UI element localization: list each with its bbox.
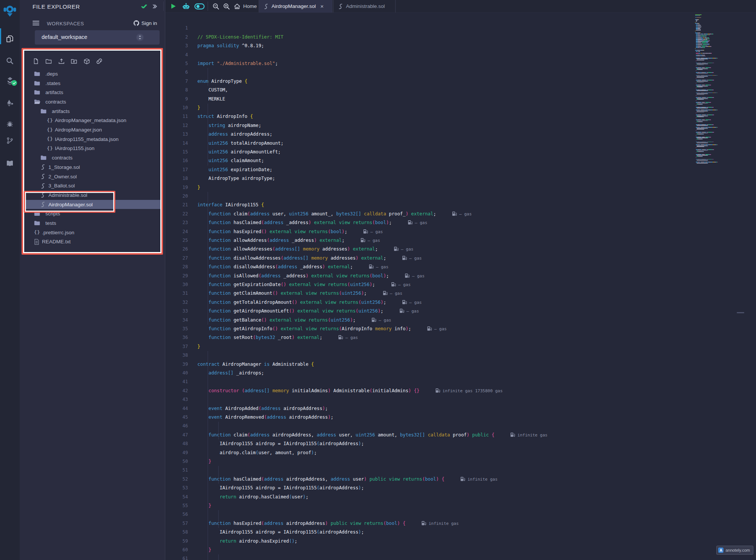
code-line-8: 8 MERKLE	[165, 77, 756, 86]
new-folder-icon[interactable]	[44, 56, 54, 66]
file-item-1_Storage.sol[interactable]: 1_Storage.sol	[20, 162, 165, 172]
file-item-AirdropManager.sol[interactable]: AirdropManager.sol	[20, 200, 165, 209]
code-line-42: 42	[165, 377, 756, 386]
search-icon[interactable]	[0, 53, 20, 68]
code-line-19: 19	[165, 174, 756, 183]
file-item-contracts[interactable]: contracts	[20, 97, 165, 107]
folder-icon	[34, 211, 40, 216]
file-item-Administrable.sol[interactable]: Administrable.sol	[20, 190, 165, 200]
file-toolbar	[20, 56, 165, 66]
file-item-IAirdrop1155.json[interactable]: {} IAirdrop1155.json	[20, 144, 165, 153]
code-line-45: 45	[165, 404, 756, 413]
code-line-30: 30 function getClaimAmount() external vi…	[165, 272, 756, 280]
new-file-icon[interactable]	[31, 56, 41, 66]
zoom-in-icon[interactable]	[223, 0, 230, 12]
github-icon	[133, 20, 140, 28]
ai-assistant-icon[interactable]	[182, 0, 190, 12]
workspace-switch-icon[interactable]	[136, 33, 144, 42]
file-item-AirdropManager.json[interactable]: {} AirdropManager.json	[20, 125, 165, 135]
folder-icon	[34, 71, 40, 76]
code-line-59: 59 }	[165, 528, 756, 537]
deploy-run-icon[interactable]	[0, 96, 20, 111]
file-item-artifacts[interactable]: artifacts	[20, 88, 165, 97]
hamburger-menu-icon[interactable]	[33, 20, 39, 27]
file-explorer-icon[interactable]	[0, 31, 20, 46]
code-line-57: 57 IAirdrop1155 airdrop = IAirdrop1155(a…	[165, 510, 756, 519]
run-script-icon[interactable]	[170, 0, 177, 12]
sol-icon	[40, 201, 45, 207]
code-line-6: 6 enum AirdropType {	[165, 59, 756, 68]
import-link-icon[interactable]	[95, 56, 104, 66]
scrollbar-dash[interactable]	[737, 312, 744, 313]
debugger-icon[interactable]	[0, 116, 20, 131]
tab-Administrable.sol[interactable]: Administrable.sol	[333, 0, 396, 12]
upload-file-icon[interactable]	[56, 56, 66, 66]
file-item-.states[interactable]: .states	[20, 79, 165, 88]
editor-topbar: Home AirdropManager.sol × Administrable.…	[165, 0, 756, 13]
code-line-14: 14 uint256 airdropAmountLeft;	[165, 130, 756, 139]
code-line-10: 10 struct AirdropInfo {	[165, 95, 756, 104]
code-line-58: 58 return airdrop.hasExpired();	[165, 519, 756, 528]
file-item-3_Ballot.sol[interactable]: 3_Ballot.sol	[20, 181, 165, 190]
file-item-.deps[interactable]: .deps	[20, 69, 165, 79]
panel-title: FILE EXPLORER	[33, 3, 80, 10]
folder-icon	[34, 81, 40, 86]
folder-icon	[34, 90, 40, 95]
plugins-icon[interactable]	[0, 156, 20, 171]
close-icon[interactable]: ×	[320, 3, 324, 9]
code-line-31: 31 function getTotalAirdropAmount() exte…	[165, 280, 756, 289]
code-line-49: 49 }	[165, 439, 756, 448]
json-icon: {}	[34, 230, 40, 235]
code-editor[interactable]: 1 // SPDX-License-Identifier: MIT 2 prag…	[165, 12, 756, 560]
panel-collapse-icon[interactable]	[151, 0, 157, 12]
solidity-compiler-icon[interactable]	[0, 73, 20, 88]
sol-icon	[40, 173, 45, 179]
git-icon[interactable]	[0, 133, 20, 148]
sol-icon	[40, 192, 45, 198]
file-item-README.txt[interactable]: README.txt	[20, 237, 165, 247]
upload-folder-icon[interactable]	[69, 56, 79, 66]
code-line-28: 28 function isAllowed(address _address) …	[165, 254, 756, 263]
code-line-9: 9 }	[165, 86, 756, 94]
code-line-38: 38 contract AirdropManager is Administra…	[165, 342, 756, 351]
code-line-55: 55	[165, 493, 756, 501]
file-item-tests[interactable]: tests	[20, 218, 165, 228]
compile-success-badge	[11, 80, 17, 86]
code-line-56: 56 function hasExpired(address airdropAd…	[165, 501, 756, 510]
ai-toggle[interactable]	[194, 0, 205, 12]
code-line-36: 36 }	[165, 325, 756, 333]
code-line-27: 27 function disallowAddress(address _add…	[165, 245, 756, 254]
file-item-.prettierrc.json[interactable]: {} .prettierrc.json	[20, 228, 165, 237]
sign-in-button[interactable]: Sign in	[141, 20, 157, 26]
code-line-52: 52 IAirdrop1155 airdrop = IAirdrop1155(a…	[165, 466, 756, 475]
code-line-39: 39 address[] _airdrops;	[165, 351, 756, 360]
ipfs-cube-icon[interactable]	[82, 56, 92, 66]
folder-icon	[40, 109, 47, 114]
code-line-12: 12 address airdropAddress;	[165, 112, 756, 121]
code-line-15: 15 uint256 claimAmount;	[165, 139, 756, 148]
home-icon[interactable]: Home	[234, 0, 257, 12]
zoom-out-icon[interactable]	[213, 0, 219, 12]
sol-file-icon	[264, 3, 269, 9]
file-explorer-panel: FILE EXPLORER WORKSPACES Sign in default…	[20, 0, 165, 560]
code-line-3: 3	[165, 33, 756, 42]
code-line-23: 23 function hasExpired() external view r…	[165, 210, 756, 218]
remix-logo-icon[interactable]	[0, 3, 20, 18]
activity-bar	[0, 0, 20, 560]
tab-AirdropManager.sol[interactable]: AirdropManager.sol ×	[259, 0, 332, 12]
code-line-47: 47 IAirdrop1155 airdrop = IAirdrop1155(a…	[165, 422, 756, 430]
file-item-IAirdrop1155_metadata.json[interactable]: {} IAirdrop1155_metadata.json	[20, 135, 165, 144]
code-line-11: 11 string airdropName;	[165, 104, 756, 112]
file-item-2_Owner.sol[interactable]: 2_Owner.sol	[20, 172, 165, 181]
json-icon: {}	[47, 127, 53, 133]
file-item-artifacts[interactable]: artifacts	[20, 107, 165, 116]
code-line-20: 20 interface IAirdrop1155 {	[165, 183, 756, 192]
code-line-2: 2 pragma solidity ^0.8.19;	[165, 24, 756, 32]
code-line-24: 24 function allowAddress(address _addres…	[165, 218, 756, 227]
code-line-26: 26 function disallowAddresses(address[] …	[165, 236, 756, 245]
file-item-contracts[interactable]: contracts	[20, 153, 165, 162]
workspace-selector[interactable]: default_workspace	[35, 30, 160, 45]
file-item-AirdropManager_metadata.json[interactable]: {} AirdropManager_metadata.json	[20, 116, 165, 125]
code-line-46: 46 function claim(address airdropAddress…	[165, 413, 756, 422]
file-item-scripts[interactable]: scripts	[20, 209, 165, 219]
